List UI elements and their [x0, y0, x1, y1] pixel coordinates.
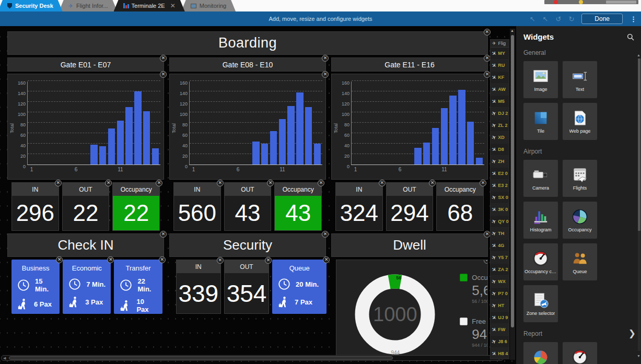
close-icon[interactable]: ✕: [322, 71, 329, 78]
flight-list-scrollbar[interactable]: ▲: [510, 29, 515, 360]
stat-tile-out[interactable]: ✕OUT354: [224, 260, 269, 314]
flight-row-3k-0[interactable]: ✈3K 0: [491, 204, 509, 216]
dwell-title-widget[interactable]: Dwell ✕: [331, 233, 488, 257]
stat-tile-occupancy[interactable]: ✕Occupancy68: [436, 182, 484, 231]
redo-icon[interactable]: ↻: [568, 15, 574, 23]
close-icon[interactable]: ✕: [484, 260, 488, 264]
scroll-left-icon[interactable]: ◀: [3, 356, 6, 360]
security-title-widget[interactable]: Security ✕: [169, 233, 326, 257]
flight-row-j8-6[interactable]: ✈J8 6: [491, 336, 509, 348]
flight-list-scrollbar-thumb[interactable]: [511, 35, 514, 327]
widget-card-tile[interactable]: Tile: [523, 103, 558, 140]
widget-card-image[interactable]: Image: [523, 61, 558, 98]
flight-row-e3-2[interactable]: ✈E3 2: [491, 180, 509, 192]
boarding-title-widget[interactable]: Boarding ✕: [7, 31, 488, 55]
close-icon[interactable]: ✕: [160, 55, 167, 62]
stat-tile-occupancy[interactable]: ✕Occupancy22: [112, 182, 160, 231]
search-icon[interactable]: [626, 33, 635, 41]
stat-tile-in[interactable]: ✕IN296: [11, 182, 59, 231]
widget-card-histogram[interactable]: Histogram: [523, 202, 558, 239]
close-icon[interactable]: ✕: [217, 257, 224, 264]
flight-row-kf[interactable]: ✈KF: [491, 72, 509, 84]
flight-row-p7-0[interactable]: ✈P7 0: [491, 288, 509, 300]
dashboard-canvas[interactable]: Boarding ✕ Gate E01 - E07✕Gate E08 - E10…: [0, 26, 516, 364]
flight-row-sx-0[interactable]: ✈SX 0: [491, 192, 509, 204]
close-icon[interactable]: ✕: [56, 256, 63, 263]
flight-row-d8[interactable]: ✈D8: [491, 144, 509, 156]
widgets-panel-scrollbar[interactable]: [638, 58, 640, 351]
gate-header-gate-e01-e07[interactable]: Gate E01 - E07✕: [7, 57, 164, 72]
flight-row-zl-2[interactable]: ✈ZL 2: [491, 120, 509, 132]
close-icon[interactable]: ✕: [322, 231, 329, 238]
stat-tile-occupancy[interactable]: ✕Occupancy43: [274, 182, 322, 231]
histogram-widget-gate-e08-e10[interactable]: Total0204060801001201401601611✕: [169, 74, 326, 180]
expand-panel-chevron-icon[interactable]: ❯: [628, 328, 636, 339]
multi-select-tool-icon[interactable]: ↖: [543, 15, 549, 23]
close-icon[interactable]: ✕: [322, 55, 329, 62]
flight-row-uj-9[interactable]: ✈UJ 9: [491, 312, 509, 324]
more-options-icon[interactable]: ⋮: [630, 15, 637, 23]
stat-tile-out[interactable]: ✕OUT43: [224, 182, 272, 231]
flight-row-qy-0[interactable]: ✈QY 0: [491, 216, 509, 228]
close-icon[interactable]: ✕: [159, 256, 166, 263]
flight-row-zh[interactable]: ✈ZH: [491, 156, 509, 168]
close-icon[interactable]: ✕: [107, 256, 114, 263]
widget-card-charts[interactable]: Charts: [523, 342, 558, 364]
flight-row-za-2[interactable]: ✈ZA 2: [491, 264, 509, 276]
close-icon[interactable]: ✕: [267, 180, 274, 186]
widget-card-entity-count[interactable]: Entity count: [563, 342, 597, 364]
gate-header-gate-e11-e16[interactable]: Gate E11 - E16✕: [331, 57, 488, 72]
close-icon[interactable]: ✕: [105, 180, 112, 186]
widget-card-web-page[interactable]: Web page: [563, 103, 597, 140]
close-icon[interactable]: ✕: [160, 71, 167, 78]
tab-flight-information[interactable]: ✈ Flight Infor...: [59, 0, 118, 11]
flight-row-e2-0[interactable]: ✈E2 0: [491, 168, 509, 180]
panel-scroll-down-icon[interactable]: ▼: [637, 354, 640, 358]
widget-card-queue[interactable]: Queue: [563, 243, 597, 280]
close-icon[interactable]: ✕: [379, 180, 386, 186]
flight-row-wx[interactable]: ✈WX: [491, 276, 509, 288]
stat-tile-in[interactable]: ✕IN324: [335, 182, 383, 231]
flight-row-dj-2[interactable]: ✈DJ 2: [491, 108, 509, 120]
gate-header-gate-e08-e10[interactable]: Gate E08 - E10✕: [169, 57, 326, 72]
tab-monitoring[interactable]: Monitoring: [181, 0, 236, 11]
stat-tile-out[interactable]: ✕OUT22: [62, 182, 110, 231]
stat-tile-in[interactable]: ✕IN560: [173, 182, 221, 231]
flight-list-header[interactable]: ✈Flig: [491, 40, 509, 48]
histogram-widget-gate-e01-e07[interactable]: Total0204060801001201401601611✕: [7, 74, 164, 180]
histogram-widget-gate-e11-e16[interactable]: Total0204060801001201401601611✕: [331, 74, 488, 180]
widget-card-zone-selector[interactable]: Zone selector: [523, 285, 558, 322]
close-icon[interactable]: ✕: [265, 257, 272, 264]
close-icon[interactable]: ✕: [156, 180, 162, 186]
flight-row-ru[interactable]: ✈RU: [491, 60, 509, 72]
done-button[interactable]: Done: [581, 14, 623, 24]
tab-security-desk[interactable]: Security Desk: [0, 0, 63, 11]
widget-card-occupancy[interactable]: Occupancy: [563, 202, 597, 239]
close-icon[interactable]: ✕: [318, 180, 324, 186]
close-icon[interactable]: ✕: [480, 180, 486, 186]
panel-scroll-up-icon[interactable]: ▲: [637, 53, 640, 57]
stat-tile-out[interactable]: ✕OUT294: [386, 182, 434, 231]
widget-card-camera[interactable]: Camera: [523, 160, 558, 197]
flight-row-4g[interactable]: ✈4G: [491, 240, 509, 252]
scroll-up-icon[interactable]: ▲: [510, 29, 514, 32]
wait-tile-queue[interactable]: ✕Queue20 Min.7 Pax: [272, 260, 327, 314]
flight-row-th[interactable]: ✈TH: [491, 228, 509, 240]
widget-card-occupancy-co[interactable]: Occupancy co...: [523, 243, 558, 280]
widget-card-flights[interactable]: Flights: [563, 160, 597, 197]
flight-row-fw[interactable]: ✈FW: [491, 324, 509, 336]
wait-tile-economic[interactable]: ✕Economic7 Min.3 Pax: [63, 260, 111, 314]
close-icon[interactable]: ✕: [55, 180, 62, 186]
flight-row-ht[interactable]: ✈HT: [491, 300, 509, 312]
flight-row-h8-4[interactable]: ✈H8 4: [491, 348, 509, 359]
checkin-title-widget[interactable]: Check IN ✕: [7, 233, 164, 257]
widget-card-text[interactable]: Text: [563, 61, 597, 98]
flight-row-xd[interactable]: ✈XD: [491, 132, 509, 144]
close-tab-icon[interactable]: ✕: [170, 2, 176, 9]
horizontal-scrollbar-thumb[interactable]: [9, 356, 393, 360]
wait-tile-business[interactable]: ✕Business15 Min.6 Pax: [11, 260, 60, 314]
undo-icon[interactable]: ↺: [556, 15, 562, 23]
close-icon[interactable]: ✕: [217, 180, 224, 186]
tab-terminale-2e[interactable]: Terminale 2E ✕: [114, 0, 185, 11]
select-tool-icon[interactable]: ↖: [530, 15, 535, 23]
